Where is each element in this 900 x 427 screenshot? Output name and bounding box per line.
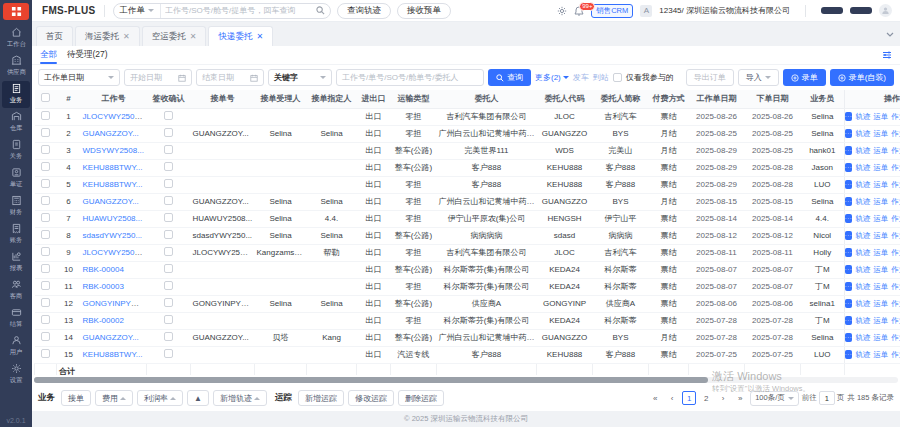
sidebar-item-8[interactable]: 账务 [2, 221, 30, 248]
crm-button[interactable]: 销售CRM [591, 4, 633, 18]
row-op-作业[interactable]: 作业 [891, 214, 900, 224]
user-avatar-icon[interactable] [879, 4, 892, 17]
job-number-link[interactable]: KEHU88BTWY... [83, 180, 143, 189]
row-op-运单[interactable]: 运单 [873, 282, 888, 292]
job-number-link[interactable]: sdasdYWY250... [83, 231, 143, 240]
more-filters-button[interactable]: 更多(2) [535, 72, 569, 83]
row-op-轨迹[interactable]: 轨迹 [855, 316, 870, 326]
row-op-运单[interactable]: 运单 [873, 146, 888, 156]
row-op-运单[interactable]: 运单 [873, 197, 888, 207]
row-op-运单[interactable]: 运单 [873, 299, 888, 309]
job-number-link[interactable]: JLOCYWY2508... [83, 248, 146, 257]
end-date-input[interactable]: 结束日期 [196, 69, 264, 86]
message-icon[interactable]: ··· [845, 214, 853, 223]
page-number-1[interactable]: 1 [682, 391, 696, 405]
row-op-轨迹[interactable]: 轨迹 [855, 248, 870, 258]
row-op-作业[interactable]: 作业 [891, 163, 900, 173]
first-page-button[interactable]: « [648, 391, 662, 405]
row-op-轨迹[interactable]: 轨迹 [855, 214, 870, 224]
row-op-运单[interactable]: 运单 [873, 265, 888, 275]
job-number-link[interactable]: KEHU88BTWY... [83, 163, 143, 172]
job-number-link[interactable]: RBK-00004 [83, 265, 124, 274]
subtab-2[interactable]: 待受理(27) [67, 46, 108, 64]
row-op-轨迹[interactable]: 轨迹 [855, 163, 870, 173]
prev-page-button[interactable]: ‹ [665, 391, 679, 405]
start-date-input[interactable]: 开始日期 [124, 69, 192, 86]
row-op-运单[interactable]: 运单 [873, 180, 888, 190]
sign-confirm-checkbox[interactable] [164, 145, 173, 154]
only-mine-checkbox[interactable] [613, 73, 622, 82]
row-op-作业[interactable]: 作业 [891, 248, 900, 258]
sign-confirm-checkbox[interactable] [164, 349, 173, 358]
row-op-轨迹[interactable]: 轨迹 [855, 333, 870, 343]
row-op-运单[interactable]: 运单 [873, 163, 888, 173]
message-icon[interactable]: ··· [845, 265, 853, 274]
row-op-运单[interactable]: 运单 [873, 333, 888, 343]
row-checkbox[interactable] [41, 179, 50, 188]
keyword-type-select[interactable]: 关键字 [268, 69, 332, 86]
job-number-link[interactable]: GUANGZZOY... [83, 197, 139, 206]
tabs-more-icon[interactable] [886, 30, 894, 38]
import-button[interactable]: 导入 [738, 69, 779, 86]
business-1-button[interactable]: 接单 [61, 390, 91, 406]
query-track-button[interactable]: 查询轨迹 [337, 3, 391, 19]
sidebar-item-11[interactable]: 结算 [2, 305, 30, 332]
window-pill-left[interactable] [821, 7, 843, 14]
bell-icon[interactable]: 99+ [574, 6, 584, 16]
sign-confirm-checkbox[interactable] [164, 315, 173, 324]
avatar[interactable]: A [640, 5, 652, 17]
job-number-link[interactable]: RBK-00003 [83, 282, 124, 291]
depart-button[interactable]: 发车 [573, 72, 589, 83]
date-type-select[interactable]: 工作单日期 [38, 69, 120, 86]
search-icon[interactable] [316, 6, 325, 15]
close-icon[interactable]: ✕ [190, 32, 197, 41]
row-checkbox[interactable] [41, 281, 50, 290]
row-checkbox[interactable] [41, 230, 50, 239]
row-checkbox[interactable] [41, 111, 50, 120]
sidebar-item-1[interactable]: 工作台 [2, 25, 30, 52]
scrollbar-track[interactable] [34, 377, 898, 383]
message-icon[interactable]: ··· [845, 299, 853, 308]
message-icon[interactable]: ··· [845, 180, 853, 189]
row-op-作业[interactable]: 作业 [891, 129, 900, 139]
row-op-作业[interactable]: 作业 [891, 180, 900, 190]
business-5-button[interactable]: 新增轨迹 [213, 390, 267, 406]
row-op-作业[interactable]: 作业 [891, 197, 900, 207]
close-icon[interactable]: ✕ [256, 32, 263, 41]
row-op-运单[interactable]: 运单 [873, 129, 888, 139]
list-settings-icon[interactable] [882, 50, 892, 60]
sidebar-item-2[interactable]: 供应商 [2, 53, 30, 80]
row-op-作业[interactable]: 作业 [891, 316, 900, 326]
close-icon[interactable]: ✕ [123, 32, 130, 41]
select-all-checkbox[interactable] [41, 93, 50, 102]
row-op-轨迹[interactable]: 轨迹 [855, 282, 870, 292]
job-number-link[interactable]: GUANGZZOY... [83, 333, 139, 342]
row-op-轨迹[interactable]: 轨迹 [855, 265, 870, 275]
business-2-button[interactable]: 费用 [95, 390, 133, 406]
sidebar-item-4[interactable]: 仓库 [2, 109, 30, 136]
row-checkbox[interactable] [41, 196, 50, 205]
row-op-轨迹[interactable]: 轨迹 [855, 197, 870, 207]
message-icon[interactable]: ··· [845, 163, 853, 172]
business-3-button[interactable]: 利润率 [137, 390, 183, 406]
sign-confirm-checkbox[interactable] [164, 111, 173, 120]
tab-4[interactable]: 快递委托✕ [208, 26, 273, 46]
sidebar-item-5[interactable]: 关务 [2, 137, 30, 164]
keyword-input[interactable]: 工作号/单号/SO号/舱单号/委托人 [336, 69, 484, 86]
sign-confirm-checkbox[interactable] [164, 196, 173, 205]
message-icon[interactable]: ··· [845, 197, 853, 206]
row-op-轨迹[interactable]: 轨迹 [855, 299, 870, 309]
sign-confirm-checkbox[interactable] [164, 281, 173, 290]
row-op-作业[interactable]: 作业 [891, 299, 900, 309]
subtab-1[interactable]: 全部 [40, 46, 57, 64]
row-checkbox[interactable] [41, 264, 50, 273]
sidebar-item-3[interactable]: 业务 [2, 81, 30, 108]
scrollbar-thumb[interactable] [34, 377, 708, 383]
sidebar-item-9[interactable]: 报表 [2, 249, 30, 276]
row-op-轨迹[interactable]: 轨迹 [855, 129, 870, 139]
goto-page-input[interactable] [819, 391, 835, 405]
job-number-link[interactable]: KEHU88BTWY... [83, 350, 143, 359]
message-icon[interactable]: ··· [845, 231, 853, 240]
row-op-运单[interactable]: 运单 [873, 350, 888, 360]
export-orders-button[interactable]: 导出订单 [686, 69, 734, 86]
